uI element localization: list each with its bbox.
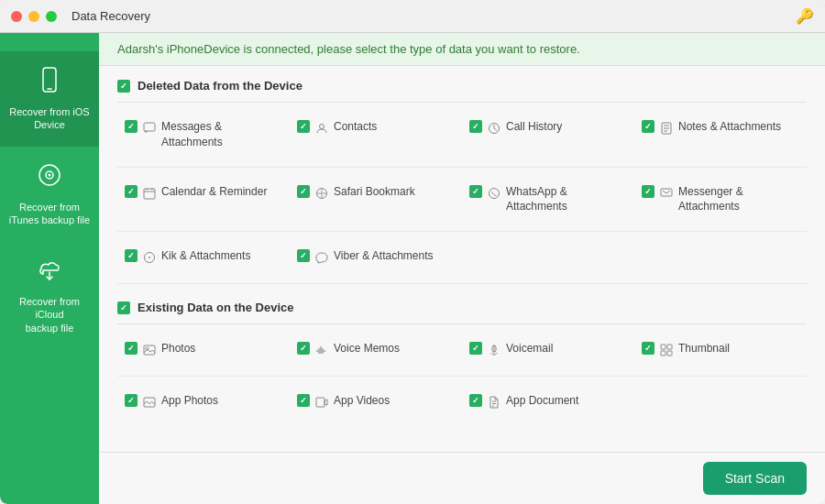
- list-item: Calendar & Reminder: [117, 175, 290, 225]
- connection-banner: Adarsh's iPhoneDevice is connected, plea…: [99, 33, 825, 66]
- svg-point-20: [490, 188, 500, 198]
- list-item: Notes & Attachments: [634, 110, 807, 159]
- call-history-checkbox[interactable]: [469, 120, 482, 133]
- svg-rect-35: [667, 351, 672, 356]
- list-item: Photos: [117, 332, 290, 368]
- deleted-section-checkbox[interactable]: [117, 80, 130, 93]
- calendar-checkbox[interactable]: [125, 185, 138, 198]
- safari-label: Safari Bookmark: [334, 184, 415, 200]
- notes-icon: [660, 120, 673, 137]
- list-item: Safari Bookmark: [290, 175, 462, 225]
- photos-checkbox[interactable]: [125, 342, 138, 355]
- safari-checkbox[interactable]: [297, 185, 310, 198]
- close-button[interactable]: [11, 11, 22, 22]
- existing-section-checkbox[interactable]: [117, 301, 130, 314]
- whatsapp-icon: [488, 185, 500, 203]
- voice-memos-label: Voice Memos: [334, 341, 400, 356]
- svg-rect-24: [144, 345, 155, 355]
- list-item: Contacts: [290, 110, 462, 159]
- app-photos-checkbox[interactable]: [125, 394, 138, 407]
- key-icon: 🔑: [796, 7, 814, 25]
- list-item: Kik & Attachments: [117, 239, 290, 276]
- sidebar-label-ios: Recover from iOSDevice: [9, 105, 89, 132]
- kik-icon: [143, 249, 156, 267]
- deleted-row-3: Kik & Attachments Viber & Attachments: [117, 232, 807, 284]
- minimize-button[interactable]: [28, 11, 39, 22]
- thumbnail-checkbox[interactable]: [642, 342, 654, 355]
- deleted-section-title: Deleted Data from the Device: [138, 79, 302, 93]
- photos-label: Photos: [161, 341, 195, 356]
- svg-rect-13: [144, 189, 155, 199]
- contacts-icon: [315, 120, 328, 137]
- existing-section-header: Existing Data on the Device: [117, 288, 807, 324]
- voice-memos-icon: [315, 342, 328, 359]
- svg-rect-21: [661, 189, 672, 196]
- sidebar: Recover from iOSDevice Recover fromiTune…: [0, 33, 99, 504]
- svg-rect-33: [667, 345, 672, 349]
- traffic-lights: [11, 11, 57, 22]
- list-item: Viber & Attachments: [290, 239, 462, 276]
- voice-memos-checkbox[interactable]: [297, 342, 310, 355]
- call-history-icon: [488, 120, 500, 137]
- deleted-section-header: Deleted Data from the Device: [117, 66, 807, 103]
- app-photos-icon: [143, 394, 156, 411]
- viber-icon: [315, 249, 328, 267]
- svg-rect-6: [144, 123, 155, 131]
- content-area: Adarsh's iPhoneDevice is connected, plea…: [99, 33, 825, 504]
- main-layout: Recover from iOSDevice Recover fromiTune…: [0, 33, 825, 504]
- sidebar-item-icloud[interactable]: Recover from iCloudbackup file: [0, 241, 99, 349]
- list-item: App Document: [462, 384, 634, 421]
- voicemail-icon: [488, 342, 500, 359]
- deleted-row-1: Messages & Attachments Contacts: [117, 103, 807, 168]
- viber-checkbox[interactable]: [297, 249, 310, 262]
- deleted-row-2: Calendar & Reminder Safari Bookmark: [117, 168, 807, 233]
- cloud-icon: [36, 256, 63, 290]
- list-item: Messages & Attachments: [117, 110, 290, 159]
- whatsapp-checkbox[interactable]: [469, 185, 482, 198]
- calendar-icon: [143, 185, 156, 203]
- notes-checkbox[interactable]: [642, 120, 654, 133]
- messenger-checkbox[interactable]: [642, 185, 654, 198]
- app-document-checkbox[interactable]: [469, 394, 482, 407]
- thumbnail-icon: [660, 342, 673, 359]
- list-item: Voicemail: [462, 332, 634, 368]
- thumbnail-label: Thumbnail: [678, 341, 730, 356]
- titlebar: Data Recovery 🔑: [0, 0, 825, 33]
- photos-icon: [143, 342, 156, 359]
- voicemail-checkbox[interactable]: [469, 342, 482, 355]
- messages-checkbox[interactable]: [125, 120, 138, 133]
- notes-label: Notes & Attachments: [678, 119, 781, 135]
- phone-icon: [36, 66, 63, 100]
- list-item: App Photos: [117, 384, 290, 421]
- contacts-label: Contacts: [334, 119, 377, 135]
- empty-cell-2: [634, 239, 807, 276]
- existing-row-1: Photos Voice Memos Voice: [117, 324, 807, 377]
- sidebar-label-icloud: Recover from iCloudbackup file: [7, 295, 92, 334]
- kik-checkbox[interactable]: [125, 249, 138, 262]
- app-document-icon: [488, 394, 500, 411]
- list-item: App Videos: [290, 384, 462, 421]
- svg-point-7: [320, 125, 324, 129]
- empty-cell-3: [634, 384, 807, 421]
- footer: Start Scan: [99, 452, 825, 504]
- messages-icon: [143, 120, 156, 137]
- whatsapp-label: WhatsApp & Attachments: [506, 184, 627, 215]
- sidebar-item-itunes[interactable]: Recover fromiTunes backup file: [0, 147, 99, 242]
- existing-section-title: Existing Data on the Device: [138, 301, 294, 314]
- contacts-checkbox[interactable]: [297, 120, 310, 133]
- sidebar-item-ios[interactable]: Recover from iOSDevice: [0, 51, 99, 147]
- kik-label: Kik & Attachments: [161, 248, 250, 264]
- svg-point-23: [148, 257, 150, 258]
- viber-label: Viber & Attachments: [334, 248, 434, 264]
- svg-point-4: [49, 173, 51, 176]
- list-item: Call History: [462, 110, 634, 159]
- list-item: Voice Memos: [290, 332, 462, 368]
- app-document-label: App Document: [506, 393, 578, 409]
- start-scan-button[interactable]: Start Scan: [703, 462, 807, 495]
- app-videos-checkbox[interactable]: [297, 394, 310, 407]
- messages-label: Messages & Attachments: [161, 119, 282, 150]
- existing-row-2: App Photos App Videos Ap: [117, 377, 807, 428]
- fullscreen-button[interactable]: [46, 11, 57, 22]
- data-type-list: Deleted Data from the Device Messages & …: [99, 66, 825, 452]
- calendar-label: Calendar & Reminder: [161, 184, 267, 200]
